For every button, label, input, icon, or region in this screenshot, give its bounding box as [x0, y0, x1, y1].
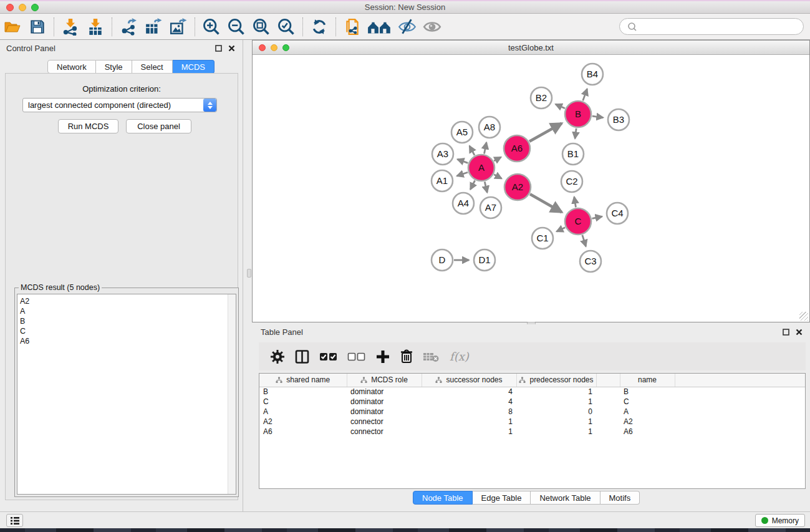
table-cell[interactable]: A2	[620, 417, 675, 427]
table-row[interactable]: A2connector11A2	[259, 417, 805, 427]
add-column-icon[interactable]	[375, 349, 390, 364]
table-cell[interactable]: A6	[259, 427, 347, 437]
network-from-selection-icon[interactable]	[340, 16, 365, 38]
zoom-out-icon[interactable]	[224, 16, 249, 38]
import-network-icon[interactable]	[58, 16, 83, 38]
node-C1[interactable]: C1	[532, 228, 553, 249]
node-A[interactable]: A	[468, 155, 494, 181]
node-A2[interactable]: A2	[504, 174, 531, 200]
table-cell[interactable]: 4	[422, 387, 516, 397]
node-C[interactable]: C	[565, 208, 591, 235]
table-cell[interactable]: 0	[516, 407, 596, 417]
import-table-icon[interactable]	[83, 16, 108, 38]
table-row[interactable]: Adominator80A	[259, 407, 805, 417]
edge-B-B3[interactable]	[592, 116, 603, 117]
edge-A-A5[interactable]	[470, 146, 475, 155]
edge-B-B4[interactable]	[583, 89, 587, 101]
edge-A2-C[interactable]	[530, 194, 562, 212]
table-cell[interactable]: A6	[620, 427, 675, 437]
edge-C-C3[interactable]	[582, 235, 586, 246]
export-network-icon[interactable]	[116, 16, 141, 38]
table-cell[interactable]: dominator	[347, 387, 422, 397]
save-session-icon[interactable]	[25, 16, 50, 38]
optimization-criterion-select[interactable]: largest connected component (directed)	[22, 98, 217, 112]
mcds-result-item[interactable]: A6	[20, 336, 236, 346]
table-cell[interactable]: C	[620, 397, 675, 407]
settings-gear-icon[interactable]	[270, 349, 285, 364]
table-cell[interactable]: connector	[347, 427, 422, 437]
table-cell[interactable]: 1	[516, 387, 596, 397]
edge-A-A3[interactable]	[458, 159, 468, 163]
vertical-split-handle[interactable]	[247, 269, 251, 278]
mcds-result-listbox[interactable]: A2ABCA6	[17, 294, 236, 495]
table-cell[interactable]: 1	[422, 427, 516, 437]
table-row[interactable]: Bdominator41B	[259, 387, 805, 397]
tab-motifs[interactable]: Motifs	[600, 491, 640, 505]
table-row[interactable]: Cdominator41C	[259, 397, 805, 407]
node-B3[interactable]: B3	[608, 109, 629, 130]
edge-B-B1[interactable]	[575, 128, 576, 138]
column-chooser-icon[interactable]	[294, 349, 310, 364]
network-canvas[interactable]: AA1A2A3A4A5A6A7A8BB1B2B3B4CC1C2C3C4DD1	[253, 55, 809, 321]
table-cell[interactable]: connector	[347, 417, 422, 427]
node-A1[interactable]: A1	[432, 170, 453, 191]
search-input[interactable]	[641, 22, 803, 31]
table-cell[interactable]: A2	[259, 417, 347, 427]
search-field[interactable]	[619, 18, 804, 35]
edge-A-A4[interactable]	[470, 180, 475, 189]
run-mcds-button[interactable]: Run MCDS	[58, 119, 118, 133]
edge-A6-B[interactable]	[529, 123, 562, 142]
table-cell[interactable]: C	[259, 397, 347, 407]
memory-button[interactable]: Memory	[755, 514, 805, 527]
zoom-selected-icon[interactable]	[274, 16, 299, 38]
edge-C-C4[interactable]	[592, 216, 602, 218]
column-header-predecessor-nodes[interactable]: predecessor nodes	[516, 374, 596, 387]
mcds-result-item[interactable]: B	[20, 316, 236, 326]
node-C3[interactable]: C3	[580, 251, 601, 272]
node-A5[interactable]: A5	[451, 122, 473, 143]
tab-mcds[interactable]: MCDS	[173, 60, 215, 74]
close-table-panel-icon[interactable]	[796, 329, 803, 336]
zoom-fit-icon[interactable]	[249, 16, 274, 38]
float-table-panel-icon[interactable]	[783, 329, 789, 336]
table-cell[interactable]: 1	[516, 427, 596, 437]
close-panel-icon[interactable]	[228, 45, 235, 52]
edge-B-B2[interactable]	[556, 104, 565, 109]
mcds-result-item[interactable]: C	[20, 326, 236, 336]
close-panel-button[interactable]: Close panel	[126, 119, 191, 133]
select-all-icon[interactable]	[319, 351, 338, 363]
table-cell[interactable]: B	[259, 387, 347, 397]
column-header-MCDS-role[interactable]: MCDS role	[347, 374, 422, 387]
node-D1[interactable]: D1	[474, 249, 495, 271]
column-header-successor-nodes[interactable]: successor nodes	[422, 374, 516, 387]
hide-selected-icon[interactable]	[395, 16, 420, 38]
tab-network[interactable]: Network	[47, 60, 96, 74]
node-B4[interactable]: B4	[582, 64, 603, 85]
delete-table-icon[interactable]	[423, 351, 440, 363]
table-cell[interactable]: B	[620, 387, 675, 397]
export-table-icon[interactable]	[141, 16, 166, 38]
table-cell[interactable]: 8	[422, 407, 516, 417]
table-row[interactable]: A6connector11A6	[259, 427, 805, 437]
edge-A-A6[interactable]	[494, 157, 501, 161]
node-B1[interactable]: B1	[562, 143, 584, 165]
zoom-in-icon[interactable]	[199, 16, 224, 38]
float-panel-icon[interactable]	[215, 45, 222, 52]
refresh-icon[interactable]	[307, 16, 332, 38]
table-cell[interactable]: 1	[422, 417, 516, 427]
mcds-result-item[interactable]: A2	[20, 296, 236, 306]
first-neighbors-icon[interactable]	[365, 16, 395, 38]
edge-C-C1[interactable]	[557, 228, 566, 231]
table-cell[interactable]: A	[620, 407, 675, 417]
mcds-result-item[interactable]: A	[20, 306, 236, 316]
network-window-titlebar[interactable]: testGlobe.txt	[253, 41, 809, 55]
tab-edge-table[interactable]: Edge Table	[473, 491, 531, 505]
table-cell[interactable]: 1	[516, 417, 596, 427]
edge-C-C2[interactable]	[574, 197, 576, 208]
table-cell[interactable]: 1	[516, 397, 596, 407]
window-resize-grip[interactable]	[799, 312, 808, 321]
node-table[interactable]: shared nameMCDS rolesuccessor nodesprede…	[259, 374, 805, 437]
tab-select[interactable]: Select	[132, 60, 173, 74]
node-A8[interactable]: A8	[479, 117, 500, 138]
node-A3[interactable]: A3	[432, 143, 453, 165]
